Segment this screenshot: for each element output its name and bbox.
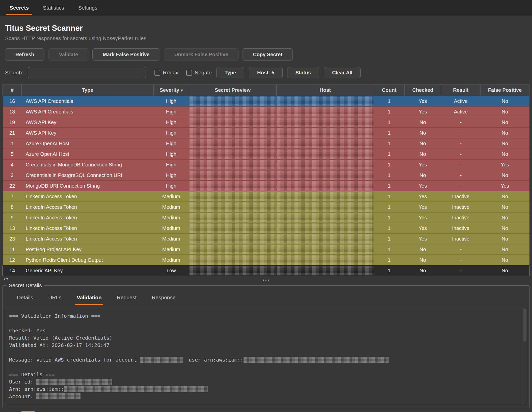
tab-response[interactable]: Response bbox=[144, 291, 183, 305]
negate-checkbox[interactable]: Negate bbox=[186, 70, 212, 76]
cell-result[interactable]: Inactive bbox=[441, 233, 481, 244]
cell-result[interactable]: Inactive bbox=[441, 191, 481, 202]
cell-result[interactable]: Inactive bbox=[441, 202, 481, 212]
cell-count[interactable]: 1 bbox=[374, 181, 405, 191]
cell-checked[interactable]: No bbox=[404, 149, 441, 159]
table-row[interactable]: 22MongoDB URI Connection StringHigh1Yes-… bbox=[3, 181, 529, 191]
table-row[interactable]: 14Generic API KeyLow1No-No bbox=[3, 265, 529, 276]
cell-false_positive[interactable]: No bbox=[481, 117, 529, 128]
cell-result[interactable]: - bbox=[441, 128, 481, 138]
mark-false-positive-button[interactable]: Mark False Positive bbox=[92, 48, 160, 61]
splitter-grip-icon[interactable]: ⋯ bbox=[262, 275, 270, 284]
split-divider[interactable]: ▴▾ ⋯ bbox=[0, 276, 532, 282]
cell-severity[interactable]: High bbox=[153, 117, 189, 128]
cell-severity[interactable]: Medium bbox=[153, 233, 189, 244]
cell-count[interactable]: 1 bbox=[374, 159, 405, 170]
unmark-false-positive-button[interactable]: Unmark False Positive bbox=[164, 48, 238, 61]
cell-severity[interactable]: High bbox=[153, 149, 189, 159]
cell-type[interactable]: AWS API Credentials bbox=[22, 106, 153, 117]
cell-host[interactable] bbox=[276, 265, 374, 276]
cell-count[interactable]: 1 bbox=[374, 233, 405, 244]
col-header-result[interactable]: Result bbox=[441, 84, 481, 96]
cell-type[interactable]: Credentials in PostgreSQL Connection URI bbox=[22, 170, 153, 181]
cell-checked[interactable]: No bbox=[404, 128, 441, 138]
cell-checked[interactable]: Yes bbox=[404, 223, 441, 233]
cell-checked[interactable]: No bbox=[404, 255, 441, 265]
table-row[interactable]: 7LinkedIn Access TokenMedium1YesInactive… bbox=[3, 191, 529, 202]
scrollbar-thumb[interactable] bbox=[523, 309, 526, 341]
cell-checked[interactable]: Yes bbox=[404, 212, 441, 223]
table-row[interactable]: 21AWS API KeyHigh1No-No bbox=[3, 128, 529, 138]
cell-host[interactable] bbox=[276, 96, 374, 107]
cell-count[interactable]: 1 bbox=[374, 191, 405, 202]
details-scrollbar[interactable] bbox=[523, 308, 527, 405]
cell-false_positive[interactable]: No bbox=[481, 212, 529, 223]
cell-result[interactable]: - bbox=[441, 255, 481, 265]
cell-host[interactable] bbox=[276, 106, 374, 117]
cell-result[interactable]: - bbox=[441, 117, 481, 128]
cell-preview[interactable] bbox=[189, 181, 276, 191]
cell-num[interactable]: 22 bbox=[3, 181, 22, 191]
cell-preview[interactable] bbox=[189, 255, 276, 265]
cell-num[interactable]: 23 bbox=[3, 233, 22, 244]
clear-all-button[interactable]: Clear All bbox=[324, 67, 361, 78]
cell-result[interactable]: Active bbox=[441, 96, 481, 107]
table-row[interactable]: 18AWS API CredentialsHigh1YesActiveNo bbox=[3, 106, 529, 117]
col-header-false-positive[interactable]: False Positive bbox=[481, 84, 529, 96]
cell-type[interactable]: Azure OpenAI Host bbox=[22, 149, 153, 159]
cell-false_positive[interactable]: No bbox=[481, 255, 529, 265]
cell-severity[interactable]: Medium bbox=[153, 244, 189, 255]
cell-host[interactable] bbox=[276, 212, 374, 223]
cell-result[interactable]: Active bbox=[441, 106, 481, 117]
cell-checked[interactable]: Yes bbox=[404, 106, 441, 117]
cell-false_positive[interactable]: No bbox=[481, 202, 529, 212]
cell-result[interactable]: Inactive bbox=[441, 212, 481, 223]
cell-severity[interactable]: High bbox=[153, 128, 189, 138]
table-row[interactable]: 9LinkedIn Access TokenMedium1YesInactive… bbox=[3, 212, 529, 223]
table-row[interactable]: 8LinkedIn Access TokenMedium1YesInactive… bbox=[3, 202, 529, 212]
cell-type[interactable]: LinkedIn Access Token bbox=[22, 212, 153, 223]
cell-num[interactable]: 13 bbox=[3, 223, 22, 233]
expand-down-icon[interactable]: ▾ bbox=[6, 277, 9, 281]
table-row[interactable]: 11PostHog Project API KeyMedium1No-No bbox=[3, 244, 529, 255]
cell-num[interactable]: 18 bbox=[3, 106, 22, 117]
cell-count[interactable]: 1 bbox=[374, 202, 405, 212]
tab-urls[interactable]: URLs bbox=[41, 291, 69, 305]
cell-checked[interactable]: Yes bbox=[404, 96, 441, 107]
cell-host[interactable] bbox=[276, 233, 374, 244]
cell-checked[interactable]: No bbox=[404, 265, 441, 276]
cell-preview[interactable] bbox=[189, 233, 276, 244]
table-row[interactable]: 1Azure OpenAI HostHigh1No-No bbox=[3, 138, 529, 149]
cell-num[interactable]: 8 bbox=[3, 202, 22, 212]
cell-severity[interactable]: Medium bbox=[153, 255, 189, 265]
cell-false_positive[interactable]: Yes bbox=[481, 181, 529, 191]
tab-statistics[interactable]: Statistics bbox=[36, 0, 71, 16]
cell-type[interactable]: Azure OpenAI Host bbox=[22, 138, 153, 149]
cell-num[interactable]: 19 bbox=[3, 117, 22, 128]
cell-false_positive[interactable]: No bbox=[481, 149, 529, 159]
cell-checked[interactable]: No bbox=[404, 170, 441, 181]
cell-checked[interactable]: No bbox=[404, 138, 441, 149]
table-row[interactable]: 19AWS API KeyHigh1No-No bbox=[3, 117, 529, 128]
cell-preview[interactable] bbox=[189, 212, 276, 223]
cell-checked[interactable]: Yes bbox=[404, 202, 441, 212]
cell-severity[interactable]: High bbox=[153, 138, 189, 149]
cell-result[interactable]: - bbox=[441, 181, 481, 191]
collapse-up-icon[interactable]: ▴ bbox=[4, 277, 6, 281]
cell-num[interactable]: 12 bbox=[3, 255, 22, 265]
cell-count[interactable]: 1 bbox=[374, 96, 405, 107]
cell-severity[interactable]: High bbox=[153, 159, 189, 170]
cell-preview[interactable] bbox=[189, 244, 276, 255]
table-row[interactable]: 13LinkedIn Access TokenMedium1YesInactiv… bbox=[3, 223, 529, 233]
host-filter-button[interactable]: Host: 5 bbox=[249, 67, 283, 78]
cell-host[interactable] bbox=[276, 181, 374, 191]
col-header-type[interactable]: Type bbox=[22, 84, 153, 96]
col-header-secret-preview[interactable]: Secret Preview bbox=[189, 84, 276, 96]
cell-num[interactable]: 11 bbox=[3, 244, 22, 255]
cell-false_positive[interactable]: No bbox=[481, 106, 529, 117]
cell-host[interactable] bbox=[276, 202, 374, 212]
refresh-button[interactable]: Refresh bbox=[5, 48, 44, 61]
cell-false_positive[interactable]: No bbox=[481, 138, 529, 149]
cell-host[interactable] bbox=[276, 138, 374, 149]
copy-secret-button[interactable]: Copy Secret bbox=[243, 48, 293, 61]
